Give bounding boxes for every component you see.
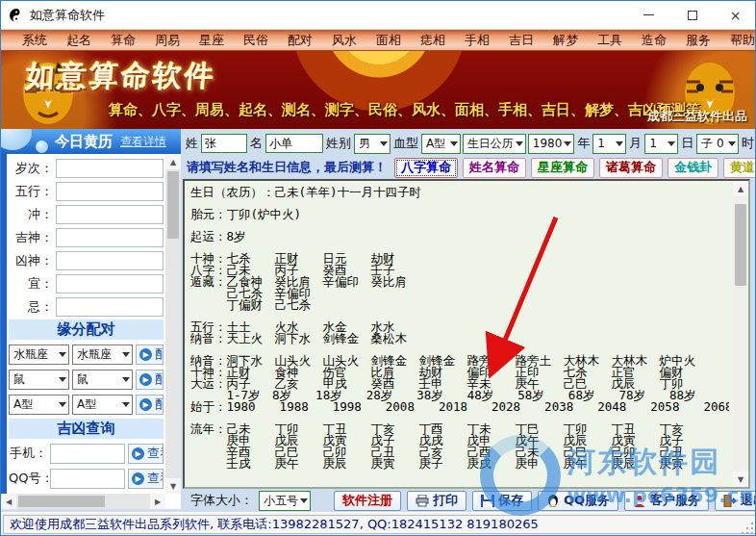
surname-input[interactable] [201, 134, 247, 153]
qq-input[interactable] [50, 469, 125, 489]
blood-match-button[interactable]: ▶ 配对 [136, 395, 164, 415]
scroll-right-icon[interactable]: ▶ [150, 494, 165, 509]
fortune-tabs: 八字算命 姓名算命 星座算命 诸葛算命 金钱卦 黄道吉日 [394, 158, 756, 178]
hour-select[interactable]: 子 0 [696, 134, 739, 154]
qq-service-button[interactable]: QQ服务 [538, 491, 618, 511]
exit-button[interactable]: 退出 [715, 491, 756, 511]
suici-input[interactable] [56, 159, 164, 178]
result-line: 纳音：天上火 洞下水 剑锋金 桑松木 [190, 333, 729, 345]
month-select[interactable]: 1 [592, 134, 626, 154]
phone-check-button[interactable]: ▶ 查看 [128, 444, 164, 464]
menu-item-zaoming[interactable]: 造命 [632, 32, 676, 49]
scroll-down-icon[interactable]: ▼ [165, 478, 181, 494]
blood-left-select[interactable]: A型 [9, 395, 69, 415]
almanac-title: 今日黄历 [55, 133, 113, 151]
chevron-down-icon [59, 402, 66, 407]
chong-input[interactable] [56, 205, 164, 224]
zodiac-left-select[interactable]: 水瓶座 [9, 345, 69, 365]
arrow-circle-icon: ▶ [139, 348, 152, 361]
print-button[interactable]: 打印 [407, 491, 466, 511]
wuxing-input[interactable] [56, 182, 164, 201]
jishen-input[interactable] [56, 228, 164, 247]
scroll-left-icon[interactable]: ◀ [1, 494, 16, 509]
status-text: 欢迎使用成都三益软件出品系列软件, 联系电话:13982281527, QQ:1… [10, 516, 539, 533]
ji-input[interactable] [56, 297, 164, 317]
match-row-animal: 鼠 鼠 ▶ 配对 [9, 367, 164, 392]
animal-match-button[interactable]: ▶ 配对 [136, 370, 164, 390]
menu-item-mole[interactable]: 痣相 [411, 32, 455, 49]
printer-icon [416, 495, 429, 507]
scrollbar-thumb[interactable] [18, 496, 105, 507]
menu-item-fortune[interactable]: 算命 [101, 32, 145, 49]
menu-item-zhouyi[interactable]: 周易 [145, 32, 189, 49]
menu-item-help[interactable]: 帮助 [720, 32, 756, 49]
zodiac-match-button[interactable]: ▶ 配对 [136, 345, 164, 365]
save-button[interactable]: 保存 [472, 491, 532, 511]
sidebar-horizontal-scrollbar[interactable]: ◀ ▶ [1, 494, 165, 509]
scroll-up-icon[interactable]: ▲ [733, 181, 748, 196]
menu-item-matching[interactable]: 配对 [278, 32, 322, 49]
gender-label: 姓别 [325, 135, 352, 152]
customer-service-button[interactable]: 客户服务 [624, 491, 709, 511]
tab-lucky-day[interactable]: 黄道吉日 [723, 158, 756, 178]
match-title: 缘分配对 [58, 320, 115, 339]
menu-item-tools[interactable]: 工具 [588, 32, 632, 49]
scroll-up-icon[interactable]: ▲ [165, 154, 181, 169]
menu-item-folk[interactable]: 民俗 [234, 32, 278, 49]
almanac-row-jishen: 吉神： [9, 226, 164, 248]
chevron-down-icon [564, 141, 571, 146]
tab-coin-hexagram[interactable]: 金钱卦 [668, 158, 718, 178]
menu-item-luckyday[interactable]: 吉日 [499, 32, 543, 49]
close-button[interactable]: × [714, 1, 756, 29]
year-select[interactable]: 1980 [528, 134, 575, 154]
qq-check-button[interactable]: ▶ 查看 [128, 469, 164, 489]
day-select[interactable]: 1 [644, 134, 678, 154]
bazi-result-text: 生日（农历）：己未(羊年)十一月十四子时 胎元：丁卯(炉中火) 起运：8岁 十神… [190, 187, 729, 485]
luck-title: 吉凶查询 [58, 420, 115, 438]
sidebar-vertical-scrollbar[interactable]: ▲ ▼ [165, 154, 181, 494]
gender-select[interactable]: 男 [354, 134, 391, 154]
ji-label: 忌： [9, 298, 53, 316]
bloodtype-select[interactable]: A型 [421, 134, 461, 154]
arrow-circle-icon: ▶ [132, 472, 144, 485]
register-button[interactable]: 软件注册 [334, 491, 401, 511]
calendar-select[interactable]: 生日公历 [463, 134, 526, 154]
bubble-decoration [36, 140, 48, 153]
zodiac-right-select[interactable]: 水瓶座 [72, 345, 133, 365]
tab-bazi[interactable]: 八字算命 [394, 158, 458, 178]
menu-item-dream[interactable]: 解梦 [543, 32, 588, 49]
animal-left-select[interactable]: 鼠 [9, 370, 69, 390]
jishen-label: 吉神： [9, 229, 53, 246]
minimize-button[interactable] [627, 1, 670, 29]
menu-item-zodiac[interactable]: 星座 [189, 32, 234, 49]
resize-grip[interactable] [742, 521, 755, 534]
almanac-detail-link[interactable]: 查看详情 [120, 134, 166, 150]
day-label: 日 [680, 135, 694, 152]
maximize-button[interactable] [670, 1, 714, 29]
menu-bar: 系统 起名 算命 周易 星座 民俗 配对 风水 面相 痣相 手相 吉日 解梦 工… [1, 30, 756, 51]
givenname-input[interactable] [265, 134, 323, 153]
phone-input[interactable] [50, 444, 125, 464]
scrollbar-thumb[interactable] [735, 204, 746, 286]
blood-right-select[interactable]: A型 [72, 395, 133, 415]
font-size-select[interactable]: 小五号 [259, 491, 311, 511]
xiongshen-input[interactable] [56, 251, 164, 270]
tab-name-fortune[interactable]: 姓名算命 [463, 158, 526, 178]
menu-item-naming[interactable]: 起名 [57, 32, 101, 49]
menu-item-system[interactable]: 系统 [13, 32, 57, 49]
scrollbar-thumb[interactable] [167, 171, 179, 239]
menu-item-face[interactable]: 面相 [366, 32, 411, 49]
tab-zodiac-fortune[interactable]: 星座算命 [531, 158, 594, 178]
almanac-row-wuxing: 五行： [9, 180, 164, 202]
animal-right-select[interactable]: 鼠 [72, 370, 133, 390]
menu-item-services[interactable]: 服务 [676, 32, 720, 49]
almanac-row-xiongshen: 凶神： [9, 249, 164, 271]
yi-input[interactable] [56, 274, 164, 294]
menu-item-fengshui[interactable]: 风水 [322, 32, 366, 49]
luck-row-qq: QQ号： ▶ 查看 [9, 466, 164, 491]
menu-item-palm[interactable]: 手相 [455, 32, 499, 49]
result-vertical-scrollbar[interactable]: ▲ ▼ [733, 181, 748, 487]
tab-zhuge-fortune[interactable]: 诸葛算命 [599, 158, 663, 178]
minimize-icon [643, 14, 654, 15]
scroll-down-icon[interactable]: ▼ [733, 472, 748, 487]
